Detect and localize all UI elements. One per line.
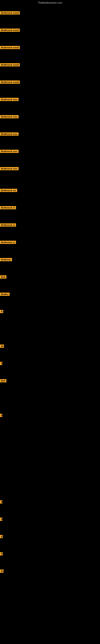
bottleneck-badge-21[interactable]: Bott xyxy=(0,379,6,382)
bottleneck-badge-14[interactable]: Bottleneck re xyxy=(0,241,16,244)
bottleneck-badge-22[interactable]: B xyxy=(0,414,2,417)
bottleneck-badge-5[interactable]: Bottleneck result xyxy=(0,80,20,84)
bottleneck-badge-8[interactable]: Bottleneck resu xyxy=(0,132,19,136)
bottleneck-badge-4[interactable]: Bottleneck result xyxy=(0,63,20,66)
bottleneck-badge-6[interactable]: Bottleneck resu xyxy=(0,98,19,101)
bottleneck-badge-25[interactable]: B xyxy=(0,535,3,538)
bottleneck-badge-18[interactable]: B xyxy=(0,310,3,313)
bottleneck-badge-1[interactable]: Bottleneck result xyxy=(0,11,20,14)
bottleneck-badge-23[interactable]: B xyxy=(0,500,2,504)
site-title: TheBottlenecker.com xyxy=(0,0,100,5)
bottleneck-badge-27[interactable]: Bo xyxy=(0,570,3,573)
bottleneck-badge-15[interactable]: Bottlenec xyxy=(0,258,12,261)
bottleneck-badge-16[interactable]: Bott xyxy=(0,275,6,278)
bottleneck-badge-12[interactable]: Bottleneck re xyxy=(0,206,16,209)
bottleneck-badge-24[interactable]: B xyxy=(0,518,2,521)
bottleneck-badge-2[interactable]: Bottleneck result xyxy=(0,28,20,32)
bottleneck-badge-26[interactable]: B xyxy=(0,552,3,556)
bottleneck-badge-19[interactable]: Bo xyxy=(0,344,4,348)
bottleneck-badge-17[interactable]: Bottlen xyxy=(0,292,10,296)
bottleneck-badge-9[interactable]: Bottleneck resu xyxy=(0,150,19,153)
bottleneck-badge-20[interactable]: B xyxy=(0,362,2,365)
bottleneck-badge-10[interactable]: Bottleneck resu xyxy=(0,167,19,170)
bottleneck-badge-7[interactable]: Bottleneck resu xyxy=(0,115,19,118)
bottleneck-badge-3[interactable]: Bottleneck result xyxy=(0,46,20,49)
bottleneck-badge-11[interactable]: Bottleneck res xyxy=(0,189,17,192)
bottleneck-badge-13[interactable]: Bottleneck re xyxy=(0,224,16,226)
